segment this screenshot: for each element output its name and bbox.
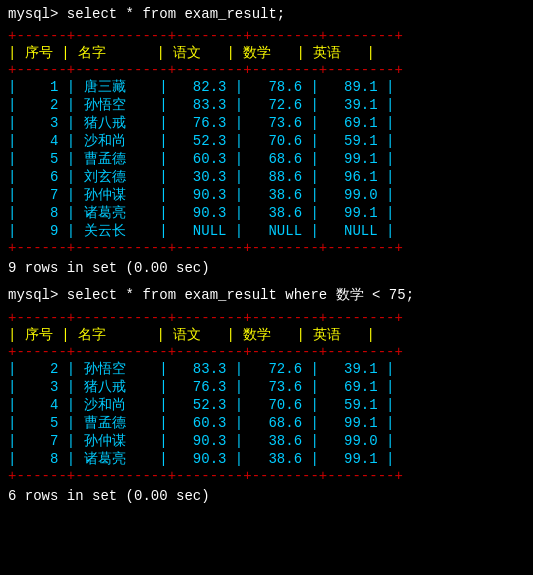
prompt1: mysql> [8,6,67,22]
table1-row-9: | 9 | 关云长 | NULL | NULL | NULL | [8,222,525,240]
table1-row-4: | 4 | 沙和尚 | 52.3 | 70.6 | 59.1 | [8,132,525,150]
table2-container: +------+-----------+--------+--------+--… [8,310,525,484]
query1-command: mysql> select * from exam_result; [8,6,525,22]
table2-row-2: | 3 | 猪八戒 | 76.3 | 73.6 | 69.1 | [8,378,525,396]
result1-info: 9 rows in set (0.00 sec) [8,260,525,276]
table2-bottom-divider: +------+-----------+--------+--------+--… [8,468,525,484]
table1-container: +------+-----------+--------+--------+--… [8,28,525,256]
table1-row-3: | 3 | 猪八戒 | 76.3 | 73.6 | 69.1 | [8,114,525,132]
table2-header-divider: +------+-----------+--------+--------+--… [8,344,525,360]
table2-header: | 序号 | 名字 | 语文 | 数学 | 英语 | [8,326,525,344]
terminal-window: mysql> select * from exam_result; +-----… [8,6,525,504]
table1-header-divider: +------+-----------+--------+--------+--… [8,62,525,78]
table2-row-3: | 4 | 沙和尚 | 52.3 | 70.6 | 59.1 | [8,396,525,414]
table2-row-1: | 2 | 孙悟空 | 83.3 | 72.6 | 39.1 | [8,360,525,378]
table2-row-4: | 5 | 曹孟德 | 60.3 | 68.6 | 99.1 | [8,414,525,432]
table1-row-1: | 1 | 唐三藏 | 82.3 | 78.6 | 89.1 | [8,78,525,96]
table1-row-2: | 2 | 孙悟空 | 83.3 | 72.6 | 39.1 | [8,96,525,114]
query1-block: mysql> select * from exam_result; [8,6,525,22]
table1-bottom-divider: +------+-----------+--------+--------+--… [8,240,525,256]
result2-info: 6 rows in set (0.00 sec) [8,488,525,504]
table1-header: | 序号 | 名字 | 语文 | 数学 | 英语 | [8,44,525,62]
query2-text: select * from exam_result where 数学 < 75; [67,287,414,303]
table1-row-7: | 7 | 孙仲谋 | 90.3 | 38.6 | 99.0 | [8,186,525,204]
query2-block: mysql> select * from exam_result where 数… [8,286,525,304]
query1-text: select * from exam_result; [67,6,285,22]
prompt2: mysql> [8,287,67,303]
table2-top-divider: +------+-----------+--------+--------+--… [8,310,525,326]
table1-top-divider: +------+-----------+--------+--------+--… [8,28,525,44]
table2-row-5: | 7 | 孙仲谋 | 90.3 | 38.6 | 99.0 | [8,432,525,450]
table1-row-6: | 6 | 刘玄德 | 30.3 | 88.6 | 96.1 | [8,168,525,186]
query2-command: mysql> select * from exam_result where 数… [8,286,525,304]
table1-row-8: | 8 | 诸葛亮 | 90.3 | 38.6 | 99.1 | [8,204,525,222]
table1-row-5: | 5 | 曹孟德 | 60.3 | 68.6 | 99.1 | [8,150,525,168]
table2-row-6: | 8 | 诸葛亮 | 90.3 | 38.6 | 99.1 | [8,450,525,468]
